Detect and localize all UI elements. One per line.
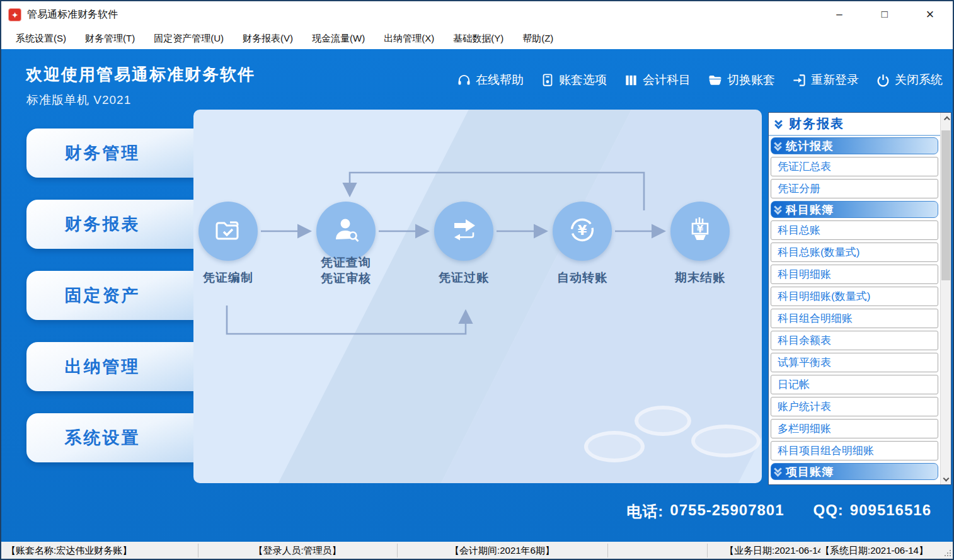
resize-grip-icon[interactable] xyxy=(943,550,951,557)
scrollbar-thumb[interactable] xyxy=(941,130,950,280)
window-title: 管易通标准财务软件 xyxy=(27,8,118,21)
title-bar: ✦ 管易通标准财务软件 – □ × xyxy=(1,1,953,28)
menu-help[interactable]: 帮助(Z) xyxy=(513,29,563,49)
scroll-down-icon[interactable] xyxy=(941,472,951,484)
toolbar-label: 切换账套 xyxy=(727,72,775,88)
flow-step-voucher-query-audit[interactable] xyxy=(316,202,376,261)
chevron-down-double-icon xyxy=(774,142,783,151)
watermark-coin xyxy=(584,431,645,462)
report-item-account-statistics[interactable]: 账户统计表 xyxy=(771,397,938,416)
report-item-multicolumn-detail[interactable]: 多栏明细账 xyxy=(771,419,938,438)
menu-cashier-management[interactable]: 出纳管理(X) xyxy=(374,29,444,49)
post-arrows-icon xyxy=(449,215,479,248)
version-line: 标准版单机 V2021 xyxy=(26,92,131,108)
window-controls: – □ × xyxy=(817,1,953,28)
chevron-down-double-icon xyxy=(774,467,783,476)
report-item-voucher-volume[interactable]: 凭证分册 xyxy=(771,179,938,198)
flow-label-line: 凭证审核 xyxy=(289,270,403,286)
maximize-button[interactable]: □ xyxy=(862,1,907,28)
phone-number: 0755-25907801 xyxy=(670,501,784,522)
report-item-trial-balance[interactable]: 试算平衡表 xyxy=(771,353,938,372)
menu-cash-flow[interactable]: 现金流量(W) xyxy=(302,29,374,49)
menu-system-settings[interactable]: 系统设置(S) xyxy=(6,29,76,49)
menu-fixed-assets[interactable]: 固定资产管理(U) xyxy=(144,29,233,49)
sidebar-item-finance-management[interactable]: 财务管理 xyxy=(26,129,195,178)
section-title: 项目账簿 xyxy=(786,464,834,479)
contact-info: 电话: 0755-25907801 QQ: 909516516 xyxy=(626,501,931,522)
chevron-down-double-icon xyxy=(774,205,783,214)
qq-number: 909516516 xyxy=(850,501,931,522)
sidebar-item-financial-reports[interactable]: 财务报表 xyxy=(26,200,195,249)
menu-financial-reports[interactable]: 财务报表(V) xyxy=(233,29,302,49)
section-title: 统计报表 xyxy=(786,139,834,154)
minimize-button[interactable]: – xyxy=(817,1,862,28)
scroll-up-icon[interactable] xyxy=(941,113,951,125)
watermark-coin xyxy=(691,425,761,457)
toolbar-label: 账套选项 xyxy=(559,72,607,88)
menu-finance-management[interactable]: 财务管理(T) xyxy=(76,29,144,49)
reports-panel-title: 财务报表 xyxy=(789,115,844,132)
folder-switch-icon xyxy=(708,72,723,88)
flow-label: 期末结账 xyxy=(643,270,757,285)
flow-step-auto-transfer[interactable]: ¥ xyxy=(553,202,612,261)
flow-step-voucher-post[interactable] xyxy=(434,202,493,261)
report-item-voucher-summary[interactable]: 凭证汇总表 xyxy=(771,157,938,176)
report-item-subject-project-combo-detail[interactable]: 科目项目组合明细账 xyxy=(771,441,938,460)
sidebar-item-fixed-assets[interactable]: 固定资产 xyxy=(26,271,195,320)
section-subject-ledgers[interactable]: 科目账簿 xyxy=(771,201,938,218)
toolbar-label: 在线帮助 xyxy=(476,72,524,88)
relogin-button[interactable]: 重新登录 xyxy=(792,72,859,88)
flow-step-period-end-close[interactable]: ¥ xyxy=(670,202,730,261)
power-icon xyxy=(876,73,890,88)
report-item-journal[interactable]: 日记帐 xyxy=(771,375,938,394)
main-body: 欢迎使用管易通标准财务软件 标准版单机 V2021 在线帮助 xyxy=(1,49,953,542)
quick-toolbar: 在线帮助 账套选项 会计科目 xyxy=(457,72,943,88)
reports-list: 统计报表 凭证汇总表 凭证分册 科目账簿 科目总账 科目总账(数量式) 科目明细… xyxy=(771,137,938,484)
flow-label: 自动转账 xyxy=(526,270,639,285)
app-window: ✦ 管易通标准财务软件 – □ × 系统设置(S) 财务管理(T) 固定资产管理… xyxy=(0,0,954,560)
status-business-date: 【业务日期:2021-06-14】 xyxy=(725,542,834,559)
switch-account-set-button[interactable]: 切换账套 xyxy=(708,72,775,88)
workflow-panel: ¥ ¥ 凭证编制 xyxy=(193,110,762,483)
report-item-subject-balance[interactable]: 科目余额表 xyxy=(771,331,938,350)
relogin-icon xyxy=(792,73,807,88)
sidebar-item-cashier-management[interactable]: 出纳管理 xyxy=(26,342,195,391)
report-item-general-ledger-qty[interactable]: 科目总账(数量式) xyxy=(771,243,938,262)
toolbar-label: 关闭系统 xyxy=(895,72,943,88)
app-logo-icon: ✦ xyxy=(8,8,21,21)
report-item-subject-detail[interactable]: 科目明细账 xyxy=(771,265,938,284)
ledger-grid-icon xyxy=(624,73,638,88)
account-set-options-button[interactable]: 账套选项 xyxy=(541,72,607,88)
sidebar-item-system-settings[interactable]: 系统设置 xyxy=(26,413,195,462)
flow-label: 凭证编制 xyxy=(193,270,285,285)
folder-check-icon xyxy=(213,215,243,248)
status-login-user: 【登录人员:管理员】 xyxy=(198,542,397,559)
report-item-subject-detail-qty[interactable]: 科目明细账(数量式) xyxy=(771,287,938,306)
hand-yuan-icon: ¥ xyxy=(685,215,715,248)
yuan-circle-icon: ¥ xyxy=(567,215,597,248)
flow-label: 凭证查询 凭证审核 xyxy=(289,254,403,286)
flow-step-voucher-create[interactable] xyxy=(198,202,258,261)
accounting-subjects-button[interactable]: 会计科目 xyxy=(624,72,691,88)
menu-basic-data[interactable]: 基础数据(Y) xyxy=(444,29,513,49)
status-divider xyxy=(607,544,608,557)
online-help-button[interactable]: 在线帮助 xyxy=(457,72,524,88)
section-title: 科目账簿 xyxy=(786,202,834,217)
shutdown-button[interactable]: 关闭系统 xyxy=(876,72,943,88)
close-button[interactable]: × xyxy=(907,1,953,28)
toolbar-label: 会计科目 xyxy=(643,72,691,88)
status-account-name: 【账套名称:宏达伟业财务账】 xyxy=(6,542,195,559)
reports-scrollbar[interactable] xyxy=(940,113,951,484)
section-statistical-reports[interactable]: 统计报表 xyxy=(771,137,938,154)
report-item-subject-combo-detail[interactable]: 科目组合明细账 xyxy=(771,309,938,328)
status-accounting-period: 【会计期间:2021年6期】 xyxy=(397,542,607,559)
status-divider xyxy=(707,544,708,557)
status-bar: 【账套名称:宏达伟业财务账】 【登录人员:管理员】 【会计期间:2021年6期】… xyxy=(1,542,953,559)
section-project-ledgers[interactable]: 项目账簿 xyxy=(771,463,938,480)
headset-icon xyxy=(457,73,471,88)
reports-panel-header[interactable]: 财务报表 xyxy=(769,113,940,136)
report-item-general-ledger[interactable]: 科目总账 xyxy=(771,220,938,240)
watermark-coin xyxy=(635,406,691,436)
chevron-down-double-icon xyxy=(775,120,783,129)
flow-label-line: 凭证查询 xyxy=(289,254,403,270)
